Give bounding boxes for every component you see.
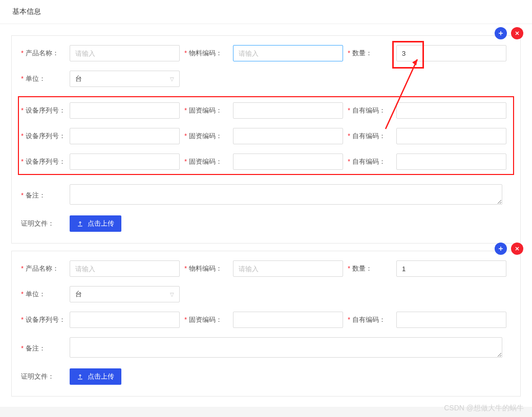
device-serial-label: *设备序列号： — [21, 157, 70, 166]
own-code-input[interactable] — [396, 312, 506, 328]
product-name-label: *产品名称： — [21, 49, 70, 58]
asset-code-input[interactable] — [233, 153, 343, 170]
serial-rows-highlight: *设备序列号： *固资编码： *自有编码： *设备序列号： — [18, 96, 514, 175]
plus-icon — [498, 246, 504, 252]
unit-selected-value: 台 — [75, 290, 82, 299]
asset-code-input[interactable] — [233, 102, 343, 119]
asset-code-label: *固资编码： — [184, 315, 233, 324]
quantity-input[interactable] — [396, 45, 506, 61]
unit-select[interactable]: 台 ▽ — [70, 71, 180, 87]
device-serial-input[interactable] — [70, 312, 180, 328]
add-card-button[interactable] — [495, 27, 507, 39]
upload-icon — [77, 221, 83, 227]
own-code-label: *自有编码： — [348, 131, 396, 141]
remark-textarea[interactable] — [70, 184, 502, 205]
own-code-label: *自有编码： — [348, 106, 396, 115]
product-card-0: *产品名称： *物料编码： *数量： *单位： 台 — [11, 35, 521, 244]
device-serial-input[interactable] — [70, 102, 180, 119]
asset-code-label: *固资编码： — [184, 131, 233, 141]
device-serial-input[interactable] — [70, 128, 180, 144]
delete-card-button[interactable] — [511, 243, 523, 255]
close-icon — [514, 246, 520, 252]
chevron-down-icon: ▽ — [170, 292, 174, 297]
unit-select[interactable]: 台 ▽ — [70, 286, 180, 302]
unit-selected-value: 台 — [75, 74, 82, 83]
asset-code-input[interactable] — [233, 312, 343, 328]
product-name-input[interactable] — [70, 45, 180, 61]
plus-icon — [498, 30, 504, 36]
asset-code-label: *固资编码： — [184, 157, 233, 166]
material-code-input[interactable] — [233, 45, 343, 61]
asset-code-label: *固资编码： — [184, 106, 233, 115]
device-serial-label: *设备序列号： — [21, 106, 70, 115]
remark-label: *备注： — [21, 191, 70, 200]
unit-label: *单位： — [21, 290, 70, 299]
delete-card-button[interactable] — [511, 27, 523, 39]
add-card-button[interactable] — [495, 243, 507, 255]
unit-label: *单位： — [21, 74, 70, 83]
own-code-input[interactable] — [396, 153, 506, 170]
attachment-label: 证明文件： — [21, 372, 70, 381]
product-name-label: *产品名称： — [21, 264, 70, 273]
chevron-down-icon: ▽ — [170, 76, 174, 82]
product-name-input[interactable] — [70, 260, 180, 277]
upload-button[interactable]: 点击上传 — [70, 215, 121, 232]
asset-code-input[interactable] — [233, 128, 343, 144]
own-code-input[interactable] — [396, 102, 506, 119]
upload-icon — [77, 374, 83, 380]
remark-textarea[interactable] — [70, 337, 502, 358]
close-icon — [514, 30, 520, 36]
own-code-input[interactable] — [396, 128, 506, 144]
device-serial-label: *设备序列号： — [21, 131, 70, 141]
material-code-label: *物料编码： — [184, 49, 233, 58]
upload-button[interactable]: 点击上传 — [70, 368, 121, 385]
panel-title: 基本信息 — [0, 0, 532, 24]
material-code-input[interactable] — [233, 260, 343, 277]
product-card-1: *产品名称： *物料编码： *数量： *单位： 台 — [11, 251, 521, 397]
remark-label: *备注： — [21, 344, 70, 353]
device-serial-label: *设备序列号： — [21, 315, 70, 324]
material-code-label: *物料编码： — [184, 264, 233, 273]
attachment-label: 证明文件： — [21, 219, 70, 228]
quantity-input[interactable] — [396, 260, 506, 277]
own-code-label: *自有编码： — [348, 315, 396, 324]
quantity-label: *数量： — [348, 49, 396, 58]
own-code-label: *自有编码： — [348, 157, 396, 166]
quantity-label: *数量： — [348, 264, 396, 273]
device-serial-input[interactable] — [70, 153, 180, 170]
